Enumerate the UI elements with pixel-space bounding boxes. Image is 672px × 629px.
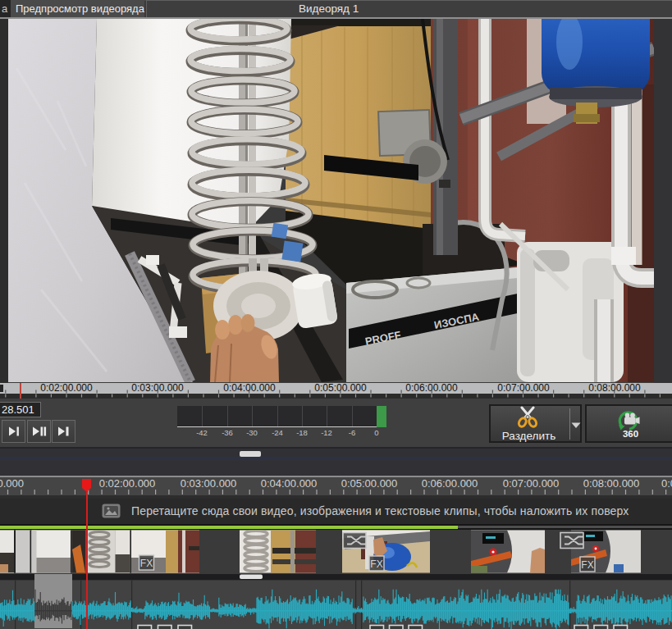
svg-text:FX: FX xyxy=(140,558,153,569)
svg-text:360: 360 xyxy=(623,429,638,439)
svg-text:FX: FX xyxy=(581,559,593,571)
svg-text:FX: FX xyxy=(370,558,382,570)
